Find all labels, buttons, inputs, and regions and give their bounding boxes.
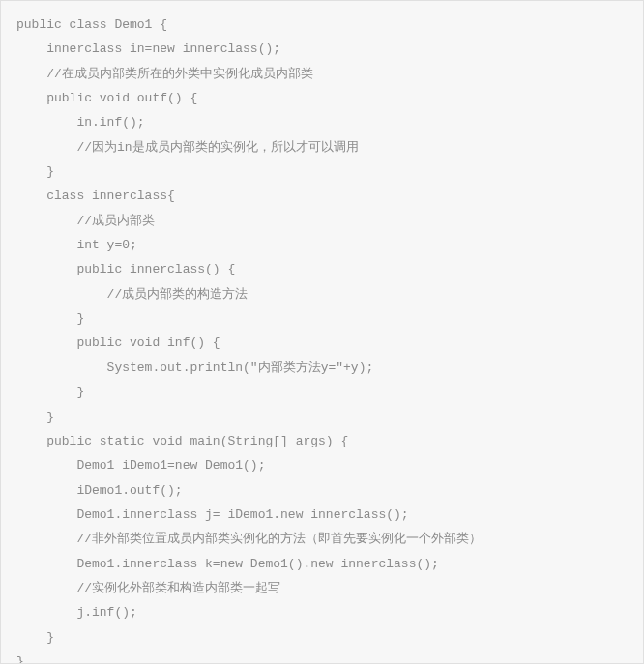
code-line: public static void main(String[] args) { (16, 429, 628, 453)
code-line: //因为in是成员内部类的实例化，所以才可以调用 (16, 135, 628, 159)
code-line: public innerclass() { (16, 257, 628, 281)
code-line: innerclass in=new innerclass(); (16, 37, 628, 61)
code-line: public void inf() { (16, 331, 628, 355)
code-line: } (16, 625, 628, 650)
code-line: } (16, 159, 628, 184)
code-line: class innerclass{ (16, 184, 628, 208)
code-line: public class Demo1 { (16, 13, 628, 37)
code-line: } (16, 380, 628, 404)
code-line: in.inf(); (16, 110, 628, 134)
code-line: j.inf(); (16, 600, 628, 624)
code-line: } (16, 306, 628, 331)
code-line: } (16, 405, 628, 429)
code-line: int y=0; (16, 233, 628, 257)
code-line: //成员内部类 (16, 209, 628, 233)
code-line: } (16, 650, 628, 664)
code-block: public class Demo1 { innerclass in=new i… (16, 13, 628, 664)
code-line: Demo1 iDemo1=new Demo1(); (16, 453, 628, 477)
code-line: //在成员内部类所在的外类中实例化成员内部类 (16, 62, 628, 86)
code-line: System.out.println("内部类方法y="+y); (16, 356, 628, 380)
code-line: //实例化外部类和构造内部类一起写 (16, 576, 628, 600)
code-line: Demo1.innerclass j= iDemo1.new innerclas… (16, 503, 628, 527)
code-line: public void outf() { (16, 86, 628, 110)
code-line: Demo1.innerclass k=new Demo1().new inner… (16, 552, 628, 576)
code-line: //非外部类位置成员内部类实例化的方法（即首先要实例化一个外部类） (16, 527, 628, 551)
code-line: iDemo1.outf(); (16, 478, 628, 503)
code-line: //成员内部类的构造方法 (16, 282, 628, 306)
